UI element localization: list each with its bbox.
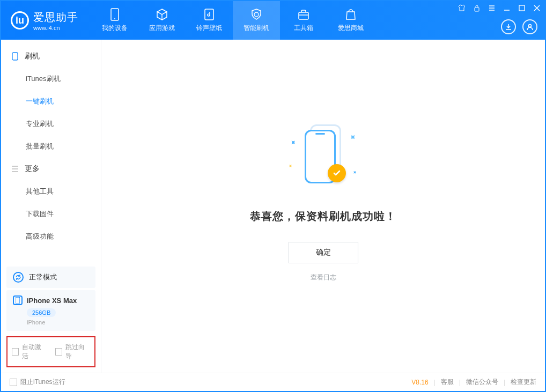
footer-link-wechat[interactable]: 微信公众号 bbox=[466, 378, 498, 387]
phone-icon bbox=[108, 8, 121, 21]
menu-icon[interactable] bbox=[486, 2, 498, 14]
sidebar-group-title: 刷机 bbox=[25, 51, 40, 61]
account-button[interactable] bbox=[522, 19, 537, 34]
checkbox-block-itunes[interactable]: 阻止iTunes运行 bbox=[10, 378, 65, 387]
svg-point-1 bbox=[114, 18, 115, 19]
flash-options-highlighted: 自动激活 跳过向导 bbox=[6, 336, 95, 367]
logo-icon: iu bbox=[11, 11, 29, 29]
svg-rect-4 bbox=[475, 8, 479, 11]
checkbox-label: 阻止iTunes运行 bbox=[20, 378, 65, 387]
phone-small-icon bbox=[11, 52, 19, 61]
checkbox-label: 跳过向导 bbox=[65, 343, 90, 361]
checkbox-icon bbox=[55, 348, 62, 356]
footer-link-update[interactable]: 检查更新 bbox=[511, 378, 536, 387]
checkbox-icon bbox=[12, 348, 19, 356]
logo-area: iu 爱思助手 www.i4.cn bbox=[1, 1, 86, 40]
svg-rect-2 bbox=[205, 9, 213, 20]
window-controls bbox=[456, 2, 543, 14]
sidebar-group-more: 更多 bbox=[1, 158, 101, 180]
cube-icon bbox=[156, 8, 168, 21]
app-url: www.i4.cn bbox=[33, 25, 78, 31]
nav-ringtones-wallpapers[interactable]: 铃声壁纸 bbox=[186, 1, 233, 40]
sidebar-group-title: 更多 bbox=[25, 164, 40, 174]
close-button[interactable] bbox=[531, 2, 543, 14]
sidebar-item-pro-flash[interactable]: 专业刷机 bbox=[1, 113, 101, 135]
success-message: 恭喜您，保资料刷机成功啦！ bbox=[250, 209, 396, 224]
svg-point-6 bbox=[529, 25, 532, 27]
device-mode-card[interactable]: 正常模式 bbox=[6, 267, 95, 288]
view-log-link[interactable]: 查看日志 bbox=[311, 273, 336, 282]
nav-label: 应用游戏 bbox=[149, 24, 175, 33]
footer-link-support[interactable]: 客服 bbox=[441, 378, 454, 387]
device-mode-label: 正常模式 bbox=[29, 272, 57, 282]
device-icon bbox=[13, 295, 23, 305]
sparkle-icon: ✦ bbox=[286, 162, 293, 169]
svg-rect-7 bbox=[12, 53, 18, 60]
version-label: V8.16 bbox=[411, 379, 428, 386]
lock-icon[interactable] bbox=[471, 2, 483, 14]
sidebar-item-download-firmware[interactable]: 下载固件 bbox=[1, 203, 101, 225]
nav-label: 智能刷机 bbox=[244, 24, 269, 33]
sync-icon bbox=[13, 272, 24, 283]
maximize-button[interactable] bbox=[516, 2, 528, 14]
device-capacity: 256GB bbox=[27, 308, 56, 317]
nav-label: 铃声壁纸 bbox=[196, 24, 222, 33]
check-badge-icon bbox=[328, 164, 346, 182]
music-file-icon bbox=[203, 8, 216, 21]
nav-store[interactable]: 爱思商城 bbox=[327, 1, 374, 40]
app-header: iu 爱思助手 www.i4.cn 我的设备 应用游戏 铃声壁纸 智能刷机 bbox=[1, 1, 545, 40]
device-info-card[interactable]: iPhone XS Max 256GB iPhone bbox=[6, 290, 95, 331]
download-button[interactable] bbox=[501, 19, 516, 34]
nav-label: 爱思商城 bbox=[338, 24, 364, 33]
minimize-button[interactable] bbox=[501, 2, 513, 14]
list-icon bbox=[11, 165, 19, 173]
nav-toolbox[interactable]: 工具箱 bbox=[280, 1, 327, 40]
top-nav: 我的设备 应用游戏 铃声壁纸 智能刷机 工具箱 爱思商城 bbox=[91, 1, 374, 40]
checkbox-skip-wizard[interactable]: 跳过向导 bbox=[55, 343, 90, 361]
main-content: ✦ ✦ ✦ ✦ 恭喜您，保资料刷机成功啦！ 确定 查看日志 bbox=[101, 40, 545, 373]
sidebar-item-batch-flash[interactable]: 批量刷机 bbox=[1, 135, 101, 158]
nav-my-device[interactable]: 我的设备 bbox=[91, 1, 138, 40]
sidebar-item-other-tools[interactable]: 其他工具 bbox=[1, 180, 101, 203]
ok-button[interactable]: 确定 bbox=[289, 242, 358, 263]
nav-smart-flash[interactable]: 智能刷机 bbox=[233, 1, 280, 40]
checkbox-auto-activate[interactable]: 自动激活 bbox=[12, 343, 47, 361]
device-type: iPhone bbox=[27, 319, 89, 326]
device-name: iPhone XS Max bbox=[27, 297, 77, 305]
sidebar: 刷机 iTunes刷机 一键刷机 专业刷机 批量刷机 更多 其他工具 下载固件 … bbox=[1, 40, 101, 373]
nav-apps-games[interactable]: 应用游戏 bbox=[138, 1, 186, 40]
sparkle-icon: ✦ bbox=[351, 168, 358, 175]
status-bar: 阻止iTunes运行 V8.16 | 客服 | 微信公众号 | 检查更新 bbox=[1, 373, 545, 391]
sidebar-item-advanced[interactable]: 高级功能 bbox=[1, 225, 101, 248]
checkbox-icon bbox=[10, 379, 17, 386]
svg-rect-5 bbox=[519, 5, 525, 11]
shield-sync-icon bbox=[250, 8, 263, 21]
nav-label: 工具箱 bbox=[294, 24, 313, 33]
nav-label: 我的设备 bbox=[102, 24, 128, 33]
shirt-icon[interactable] bbox=[456, 2, 468, 14]
checkbox-label: 自动激活 bbox=[22, 343, 47, 361]
toolbox-icon bbox=[297, 8, 310, 21]
sidebar-item-itunes-flash[interactable]: iTunes刷机 bbox=[1, 68, 101, 90]
sidebar-item-one-click-flash[interactable]: 一键刷机 bbox=[1, 90, 101, 113]
sparkle-icon: ✦ bbox=[288, 137, 299, 148]
sparkle-icon: ✦ bbox=[346, 131, 359, 143]
svg-rect-8 bbox=[16, 297, 20, 304]
bag-icon bbox=[344, 8, 357, 21]
svg-rect-3 bbox=[299, 12, 308, 19]
app-name: 爱思助手 bbox=[33, 10, 78, 25]
sidebar-group-flash: 刷机 bbox=[1, 45, 101, 68]
success-illustration: ✦ ✦ ✦ ✦ bbox=[286, 120, 361, 195]
